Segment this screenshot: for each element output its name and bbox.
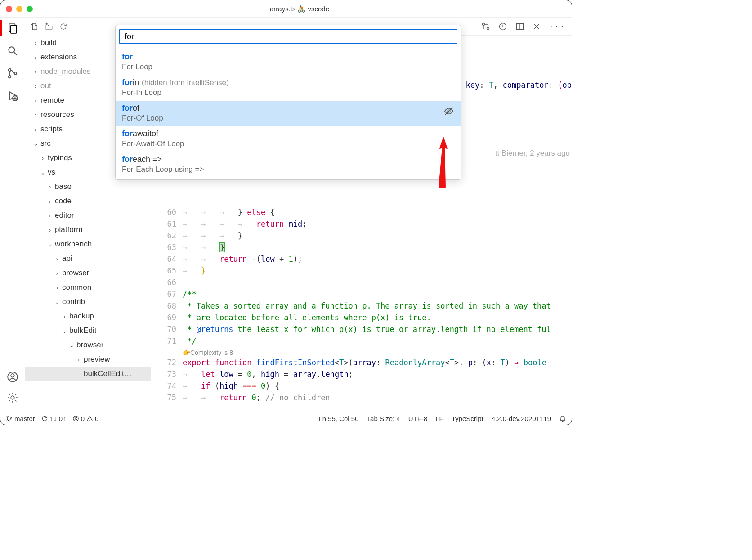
- notifications-icon[interactable]: [559, 415, 566, 422]
- tree-item[interactable]: ⌄browser: [25, 338, 151, 352]
- debug-icon[interactable]: [6, 90, 19, 102]
- code-line[interactable]: 72export function findFirstInSorted<T>(a…: [151, 357, 572, 368]
- svg-point-29: [90, 420, 90, 421]
- status-language[interactable]: TypeScript: [452, 415, 483, 422]
- code-line[interactable]: 75→ → return 0; // no children: [151, 392, 572, 403]
- tree-item[interactable]: ⌄contrib: [25, 295, 151, 309]
- tree-item[interactable]: ⌄bulkEdit: [25, 323, 151, 338]
- tree-item-label: remote: [40, 96, 64, 105]
- maximize-window-button[interactable]: [27, 6, 33, 12]
- eye-off-icon[interactable]: [444, 106, 454, 116]
- status-branch[interactable]: master: [6, 415, 35, 422]
- snippet-item-label: for: [122, 52, 455, 62]
- scm-icon[interactable]: [6, 67, 19, 80]
- code-line[interactable]: 67/**: [151, 288, 572, 300]
- code-line[interactable]: 71 */: [151, 335, 572, 347]
- code-line[interactable]: 69 * are located before all elements whe…: [151, 312, 572, 323]
- refresh-icon[interactable]: [59, 22, 67, 31]
- svg-point-12: [11, 396, 14, 399]
- close-icon[interactable]: [533, 22, 541, 31]
- chevron-right-icon: ›: [47, 184, 53, 190]
- line-number: 71: [151, 336, 183, 345]
- snippet-item-desc: For-Each Loop using =>: [122, 165, 455, 174]
- chevron-down-icon: ⌄: [40, 169, 46, 176]
- snippet-item-label: forin(hidden from IntelliSense): [122, 78, 455, 87]
- chevron-right-icon: ›: [47, 227, 53, 233]
- new-file-icon[interactable]: [31, 22, 39, 31]
- settings-gear-icon[interactable]: [6, 391, 19, 404]
- status-problems[interactable]: 0 0: [72, 415, 99, 422]
- status-sync[interactable]: 1↓ 0↑: [41, 415, 66, 422]
- signature-peek: key: T, comparator: (op: [466, 81, 572, 90]
- line-number: 66: [151, 278, 183, 287]
- snippet-item[interactable]: forFor Loop: [116, 49, 461, 75]
- line-number: 68: [151, 301, 183, 310]
- tree-item[interactable]: ›browser: [25, 266, 151, 280]
- snippet-item-desc: For-Await-Of Loop: [122, 139, 455, 148]
- chevron-right-icon: ›: [54, 255, 60, 262]
- tree-item-label: build: [40, 38, 57, 47]
- code-line[interactable]: 61→ → → → return mid;: [151, 218, 572, 230]
- compare-icon[interactable]: [481, 22, 490, 31]
- code-line[interactable]: 66: [151, 277, 572, 288]
- tree-item-label: bulkEdit: [69, 326, 96, 335]
- tree-item[interactable]: bulkCellEdit…: [25, 367, 151, 381]
- tree-item[interactable]: ›backup: [25, 309, 151, 323]
- svg-point-4: [9, 69, 11, 71]
- snippet-picker: forFor Loopforin(hidden from IntelliSens…: [115, 25, 461, 180]
- code-line[interactable]: 68 * Takes a sorted array and a function…: [151, 300, 572, 312]
- more-icon[interactable]: ···: [549, 22, 565, 31]
- line-number: 70: [151, 325, 183, 334]
- status-tsversion[interactable]: 4.2.0-dev.20201119: [492, 415, 551, 422]
- svg-point-14: [487, 27, 489, 30]
- chevron-right-icon: ›: [32, 68, 39, 75]
- history-icon[interactable]: [498, 22, 507, 31]
- account-icon[interactable]: [6, 371, 19, 383]
- snippet-item[interactable]: forin(hidden from IntelliSense)For-In Lo…: [116, 75, 461, 101]
- status-tabsize[interactable]: Tab Size: 4: [367, 415, 400, 422]
- tree-item-label: contrib: [62, 297, 85, 306]
- split-editor-icon[interactable]: [515, 22, 524, 31]
- snippet-item[interactable]: foreach =>For-Each Loop using =>: [116, 152, 461, 178]
- tree-item[interactable]: ›base: [25, 179, 151, 194]
- code-line[interactable]: 62→ → → }: [151, 230, 572, 242]
- svg-point-22: [7, 416, 8, 417]
- minimize-window-button[interactable]: [16, 6, 22, 12]
- code-line[interactable]: 64→ → return -(low + 1);: [151, 253, 572, 265]
- status-cursor[interactable]: Ln 55, Col 50: [318, 415, 358, 422]
- snippet-list[interactable]: forFor Loopforin(hidden from IntelliSens…: [116, 48, 461, 179]
- explorer-icon[interactable]: [6, 22, 19, 35]
- chevron-right-icon: ›: [32, 40, 39, 46]
- status-eol[interactable]: LF: [435, 415, 443, 422]
- tree-item[interactable]: ›code: [25, 194, 151, 208]
- status-encoding[interactable]: UTF-8: [408, 415, 428, 422]
- tree-item[interactable]: ⌄workbench: [25, 237, 151, 251]
- snippet-item[interactable]: forofFor-Of Loop: [116, 101, 461, 126]
- line-number: 74: [151, 381, 183, 390]
- tree-item[interactable]: ›common: [25, 280, 151, 295]
- status-bar: master 1↓ 0↑ 0 0 Ln 55, Col 50 Tab Size:…: [0, 412, 572, 425]
- code-line[interactable]: 63→ → }: [151, 242, 572, 253]
- snippet-item-desc: For-In Loop: [122, 88, 455, 97]
- tree-item-label: code: [55, 197, 72, 206]
- code-line[interactable]: 70 * @returns the least x for which p(x)…: [151, 323, 572, 335]
- chevron-right-icon: ›: [54, 284, 60, 291]
- snippet-search-input[interactable]: [119, 29, 457, 44]
- code-line[interactable]: 60→ → → } else {: [151, 206, 572, 218]
- search-icon[interactable]: [6, 45, 19, 57]
- code-line[interactable]: 74→ if (high === 0) {: [151, 380, 572, 392]
- tree-item[interactable]: ›editor: [25, 208, 151, 223]
- tree-item[interactable]: ›platform: [25, 223, 151, 237]
- code-line[interactable]: 73→ let low = 0, high = array.length;: [151, 368, 572, 380]
- snippet-item-label: forof: [122, 103, 455, 113]
- chevron-right-icon: ›: [32, 83, 39, 90]
- close-window-button[interactable]: [6, 6, 12, 12]
- snippet-item-label: foreach =>: [122, 155, 455, 164]
- tree-item-label: common: [62, 283, 91, 292]
- tree-item[interactable]: ›api: [25, 251, 151, 266]
- snippet-item[interactable]: forawaitofFor-Await-Of Loop: [116, 126, 461, 152]
- new-folder-icon[interactable]: [45, 22, 53, 31]
- line-number: 75: [151, 393, 183, 402]
- code-line[interactable]: 65→ }: [151, 265, 572, 277]
- tree-item[interactable]: ›preview: [25, 352, 151, 367]
